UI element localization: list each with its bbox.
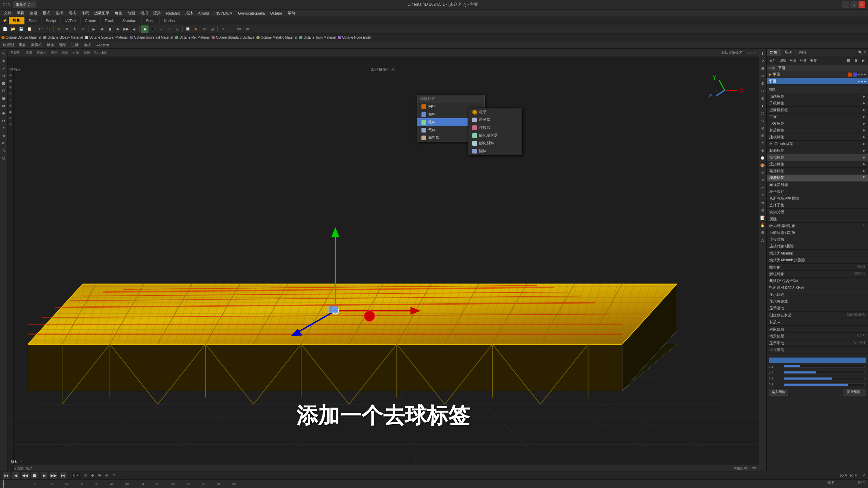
ri-color[interactable]: 🎨 [759, 162, 766, 169]
mat-universal[interactable]: Octane Universal Material [130, 36, 173, 39]
rptab-object[interactable]: 对象 [767, 49, 781, 56]
tag-render[interactable]: 渲染标签 [767, 161, 868, 168]
tag-inflate-emit[interactable]: 膨化发射器 [468, 131, 522, 139]
texture-mode-icon[interactable]: ⊞ [149, 25, 157, 33]
menu-arnold[interactable]: Arnold [195, 9, 212, 17]
tag-hair[interactable]: 毛发标签 [767, 120, 868, 127]
ri-lock[interactable]: ⊗ [759, 95, 766, 102]
obj-list-item-1[interactable]: ▶ 平面 ● ● ● [767, 71, 868, 78]
ri-part[interactable]: ◈ [759, 147, 766, 154]
tag-particle-lib[interactable]: 粒子库 [468, 116, 522, 124]
rptab-scene[interactable]: 场次 [781, 49, 796, 56]
prev-frame-icon[interactable]: ⏮ [90, 25, 97, 33]
tag-xref[interactable]: 拆所选对象转为XRef [767, 284, 868, 291]
ri-tab-bookmarks[interactable]: 书签 [809, 58, 818, 63]
undo-icon[interactable]: ↩ [36, 25, 44, 33]
redo-icon[interactable]: ↪ [44, 25, 52, 33]
vp-tool-7[interactable]: ∅ [8, 103, 13, 108]
menu-topology[interactable]: 拓扑 [182, 9, 195, 17]
sidebar-rotate-tool[interactable]: ↻ [0, 73, 7, 79]
save-as-icon[interactable]: 📋 [26, 25, 33, 33]
tag-particle[interactable]: 粒子 [468, 108, 522, 116]
tag-mat-sub[interactable]: 材质 ▶ [767, 319, 868, 326]
play-back-icon[interactable]: ◀ [98, 25, 105, 33]
tab-standard[interactable]: Standard [118, 17, 142, 24]
tab-script[interactable]: Script [142, 17, 160, 24]
add-tab-button[interactable]: + [37, 1, 43, 8]
tag-current-state[interactable]: 当前状态到对象 [767, 229, 868, 236]
menu-character[interactable]: 角色 [112, 9, 125, 17]
poly-mode-icon[interactable]: ◇ [174, 25, 181, 33]
ri-rotate[interactable]: ↻ [759, 192, 766, 199]
tag-radius[interactable]: 半径激活 [767, 347, 868, 353]
ri-time[interactable]: ⌚ [759, 155, 766, 161]
tag-misc1[interactable]: 布线发射器 [767, 182, 868, 188]
ri-fix[interactable]: ⊛ [759, 80, 766, 87]
tl-interp-icon[interactable]: ≈ [119, 473, 121, 477]
tag-misc2[interactable]: 粒子缓存 [767, 188, 868, 195]
sub-camera[interactable]: 摄像机 [29, 42, 43, 47]
open-icon[interactable]: 📂 [9, 25, 17, 33]
ri-kill[interactable]: ✕ [759, 177, 766, 184]
sidebar-select-tool[interactable]: ↖ [0, 50, 7, 57]
tag-simulate[interactable]: 模拟标签 [767, 154, 868, 161]
tab-groom[interactable]: Groom [81, 17, 101, 24]
menu-help[interactable]: 帮助 [285, 9, 298, 17]
timeline-ruler[interactable]: 0 6 12 18 24 30 36 42 48 54 60 66 72 78 … [0, 480, 868, 488]
sidebar-tool-8[interactable]: ⊛ [0, 102, 7, 109]
edge-mode-icon[interactable]: / [165, 25, 173, 33]
tag-show-keyline[interactable]: 显示关键线 [767, 298, 868, 305]
tl-play[interactable]: ▶ [41, 472, 47, 479]
ri-connect2[interactable]: ⊞ [759, 229, 766, 236]
ri-emit[interactable]: ⊕ [759, 125, 766, 131]
ri-cut[interactable]: ✂ [759, 184, 766, 191]
tag-expand[interactable]: 扩展 [767, 114, 868, 120]
tag-obj-info[interactable]: 对象信息 [767, 326, 868, 333]
ri-tab-tags[interactable]: 标签 [798, 58, 808, 63]
panel-menu-btn[interactable]: 面板 [83, 50, 90, 55]
sidebar-tool-14[interactable]: ⌥ [0, 147, 7, 154]
sub-filter[interactable]: 过滤 [70, 42, 80, 47]
rp-icon-2[interactable]: ⊕ [852, 57, 859, 64]
sub-options[interactable]: 选项 [58, 42, 68, 47]
rp-icon-3[interactable]: ▶ [860, 57, 867, 64]
camera-menu-btn[interactable]: 摄像机 [37, 50, 47, 55]
canvas-area[interactable]: X Y Z 透视图 默认摄像机 乙 添加一个去球标签 移动 → ↖ ⊕ ⊞ ✥ [7, 57, 759, 471]
vp-tool-5[interactable]: ↻ [8, 91, 13, 96]
tab-paint[interactable]: Paint [25, 17, 42, 24]
sidebar-tool-13[interactable]: ✏ [0, 140, 7, 146]
render-active-icon[interactable]: ⊕ [200, 25, 208, 33]
sidebar-tool-11[interactable]: ≡ [0, 125, 7, 131]
next-frame-icon[interactable]: ⏭ [131, 25, 138, 33]
pv-bar-08[interactable] [784, 383, 865, 386]
ri-render[interactable]: ◎ [759, 110, 766, 117]
tag-other[interactable]: 其他标签 [767, 147, 868, 154]
obj-vis-3[interactable]: ● [864, 73, 866, 77]
move-icon[interactable]: ✥ [63, 25, 71, 33]
menu-render[interactable]: 渲染 [151, 9, 163, 17]
ri-tab-file[interactable]: 文件 [768, 58, 777, 63]
tl-record-icon[interactable]: ⊕ [98, 473, 101, 477]
sub-view[interactable]: 查看 [17, 42, 27, 47]
tag-anim[interactable]: 动画标签 [767, 93, 868, 100]
new-icon[interactable]: 📄 [1, 25, 9, 33]
mode-icon[interactable]: ⚡ [1, 17, 9, 24]
ri-tab-object[interactable]: 对象 [788, 58, 798, 63]
sidebar-move-tool[interactable]: ✥ [0, 58, 7, 64]
snap-icon[interactable]: ⊛ [219, 25, 226, 33]
vp-tool-9[interactable]: ⊛ [8, 115, 13, 121]
file-tab-1[interactable]: 未命名 7 × [13, 1, 36, 8]
menu-file[interactable]: 文件 [1, 9, 14, 17]
menu-octane[interactable]: Octane [268, 9, 285, 17]
menu-mode[interactable]: 模式 [40, 9, 53, 17]
save-icon[interactable]: 💾 [18, 25, 25, 33]
maximize-button[interactable]: □ [850, 1, 857, 8]
sidebar-tool-9[interactable]: ⊕ [0, 110, 7, 117]
options-menu-btn[interactable]: 选项 [62, 50, 68, 55]
tag-convert[interactable]: 转为可编辑对象 C [767, 223, 868, 229]
tag-alembic-del[interactable]: 烘焙为Alembic并删除 [767, 257, 868, 264]
rotate-icon[interactable]: ↻ [71, 25, 79, 33]
mat-diffuse[interactable]: Octane Diffuse Material [1, 36, 41, 39]
tl-next-frame[interactable]: ▶▶ [50, 472, 57, 479]
tag-connector[interactable]: 连接器 [468, 124, 522, 131]
